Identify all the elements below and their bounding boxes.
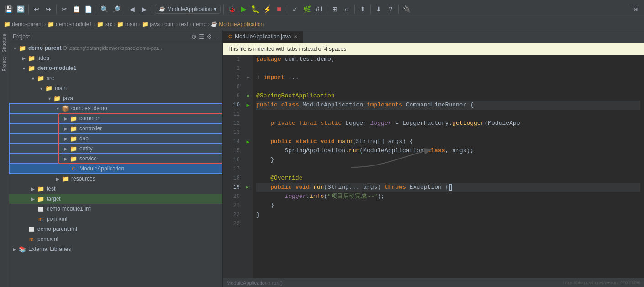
sep4: [124, 5, 124, 14]
gutter-19-bp[interactable]: ●↑: [243, 183, 253, 192]
label-controller: controller: [79, 125, 102, 132]
sep11: [398, 5, 399, 14]
copy-icon[interactable]: 📋: [71, 4, 81, 14]
arrow-main: ▾: [37, 86, 45, 91]
folder-icon-entity: 📁: [69, 144, 78, 153]
tree-item-demo-parent-iml[interactable]: ⬜ demo-parent.iml: [9, 224, 222, 234]
inspect-icon[interactable]: ✓: [290, 4, 300, 14]
code-line-8: [256, 82, 640, 91]
tree-item-demo-module1-iml[interactable]: ⬜ demo-module1.iml: [9, 204, 222, 214]
project-label[interactable]: Project: [1, 55, 8, 73]
structure-label[interactable]: Structure: [1, 32, 8, 54]
gear-icon[interactable]: ⚙: [206, 33, 212, 40]
gutter-10-run[interactable]: ▶: [243, 101, 253, 110]
arrow-java: ▾: [46, 96, 53, 101]
code-line-15: SpringApplication.run(ModuleApplication.…: [256, 146, 640, 155]
minimize-icon[interactable]: ─: [214, 33, 219, 40]
folder-icon-target: 📁: [37, 195, 45, 203]
tree-item-test[interactable]: ▶ 📁 test: [9, 184, 222, 194]
plugin-icon[interactable]: 🔌: [401, 4, 412, 14]
back-icon[interactable]: ◀: [127, 4, 137, 14]
update-icon[interactable]: ⬆: [358, 4, 368, 14]
profile-icon[interactable]: ⚡: [262, 4, 272, 14]
merge-icon[interactable]: ⛙: [314, 4, 324, 14]
help-icon[interactable]: ?: [385, 4, 396, 14]
tab-close-button[interactable]: ✕: [294, 34, 297, 39]
ln11: 15: [223, 146, 240, 155]
folder-icon-resources: 📁: [61, 175, 69, 183]
run-button[interactable]: ▶: [238, 4, 248, 14]
tree-item-dao[interactable]: ▶ 📁 dao: [9, 133, 222, 144]
search-icon[interactable]: 🔍: [99, 4, 109, 14]
find-icon[interactable]: 🔎: [111, 4, 121, 14]
label-com-test-demo: com.test.demo: [71, 105, 107, 112]
undo-icon[interactable]: ↩: [32, 4, 42, 14]
ln4: 8: [223, 82, 240, 91]
arrow-idea: ▶: [20, 56, 27, 61]
code-line-12: private final static Logger logger = Log…: [256, 119, 640, 128]
toolbar: 💾 🔄 ↩ ↪ ✂ 📋 📄 🔍 🔎 ◀ ▶ ☕ ModuleApplicatio…: [0, 0, 644, 18]
tree-item-module-application[interactable]: C ModuleApplication: [9, 164, 222, 174]
coverage-icon[interactable]: 🐞: [227, 4, 237, 14]
arrow-test: ▶: [29, 186, 37, 191]
label-common: common: [79, 115, 100, 122]
tree-item-pom-module[interactable]: m pom.xml: [9, 214, 222, 224]
breadcrumb-src[interactable]: 📁 src: [97, 21, 112, 27]
tree-item-idea[interactable]: ▶ 📁 .idea: [9, 53, 222, 63]
tree-item-demo-parent[interactable]: ▾ 📁 demo-parent D:\datang\datangideawork…: [9, 43, 222, 53]
tree-item-target[interactable]: ▶ 📁 target: [9, 194, 222, 204]
code-line-13: [256, 128, 640, 137]
folder-icon-test: 📁: [37, 185, 45, 193]
sep7: [287, 5, 287, 14]
tree-item-main[interactable]: ▾ 📁 main: [9, 83, 222, 93]
paste-icon[interactable]: 📄: [83, 4, 93, 14]
tree-item-java[interactable]: ▾ 📁 java: [9, 93, 222, 103]
cut-icon[interactable]: ✂: [59, 4, 69, 14]
settings-icon[interactable]: ☰: [199, 33, 205, 40]
breadcrumb-demo-parent[interactable]: 📁 demo-parent: [4, 21, 43, 27]
tree-item-demo-module1[interactable]: ▾ 📁 demo-module1: [9, 63, 222, 73]
tree-item-controller[interactable]: ▶ 📁 controller: [9, 123, 222, 133]
code-editor[interactable]: 1 2 3 8 9 10 11 12 13 14 15 16 17 18 19 …: [223, 55, 644, 278]
breadcrumb-com[interactable]: com: [164, 21, 175, 27]
gutter-21: [243, 201, 253, 210]
breadcrumb-test[interactable]: test: [179, 21, 188, 27]
breadcrumb-module-app[interactable]: ☕ ModuleApplication: [211, 21, 264, 27]
git-icon[interactable]: 🌿: [302, 4, 312, 14]
ln18: 22: [223, 210, 240, 219]
stop-button[interactable]: ■: [274, 4, 284, 14]
breadcrumb-demo[interactable]: demo: [193, 21, 206, 27]
sync-icon[interactable]: 🔄: [16, 4, 26, 14]
file-tree-header: Project ⊕ ☰ ⚙ ─: [9, 30, 222, 43]
tree-item-common[interactable]: ▶ 📁 common: [9, 113, 222, 123]
forward-icon[interactable]: ▶: [139, 4, 149, 14]
run-config-selector[interactable]: ☕ ModuleApplication ▾: [155, 5, 221, 14]
gutter-14-run[interactable]: ▶: [243, 137, 253, 146]
tree-item-ext-libs[interactable]: ▶ 📚 External Libraries: [9, 244, 222, 254]
tree-item-com-test-demo[interactable]: ▾ 📦 com.test.demo: [9, 103, 222, 113]
breadcrumb-main[interactable]: 📁 main: [117, 21, 137, 27]
breadcrumb-java[interactable]: 📁 java: [142, 21, 160, 27]
tab-module-application[interactable]: C ModuleApplication.java ✕: [223, 31, 303, 43]
gutter-17: [243, 165, 253, 174]
terminal-icon[interactable]: ⊞: [330, 4, 340, 14]
save-icon[interactable]: 💾: [4, 4, 14, 14]
tree-item-service[interactable]: ▶ 📁 service: [9, 154, 222, 164]
tree-item-src[interactable]: ▾ 📁 src: [9, 73, 222, 83]
tree-item-pom-parent[interactable]: m pom.xml: [9, 234, 222, 244]
red-box-wrapper: ▶ 📁 common ▶ 📁 controller ▶ 📁 dao ▶ 📁: [9, 113, 222, 164]
locate-icon[interactable]: ⊕: [191, 33, 197, 40]
code-line-18: @Override: [256, 174, 640, 183]
tree-item-entity[interactable]: ▶ 📁 entity: [9, 144, 222, 154]
undo2-icon[interactable]: ⎌: [342, 4, 352, 14]
arrow-ext-libs: ▶: [11, 247, 18, 252]
breadcrumb-demo-module1[interactable]: 📁 demo-module1: [48, 21, 92, 27]
redo-icon[interactable]: ↪: [43, 4, 53, 14]
debug-button[interactable]: 🐛: [250, 4, 260, 14]
tree-item-resources[interactable]: ▶ 📁 resources: [9, 174, 222, 184]
label-resources: resources: [71, 175, 95, 182]
sep9: [354, 5, 355, 14]
iml-icon-dm1: ⬜: [37, 205, 45, 213]
layout-icon[interactable]: ⬇: [374, 4, 384, 14]
code-content[interactable]: package com.test.demo; + import ... @Spr…: [253, 55, 644, 278]
